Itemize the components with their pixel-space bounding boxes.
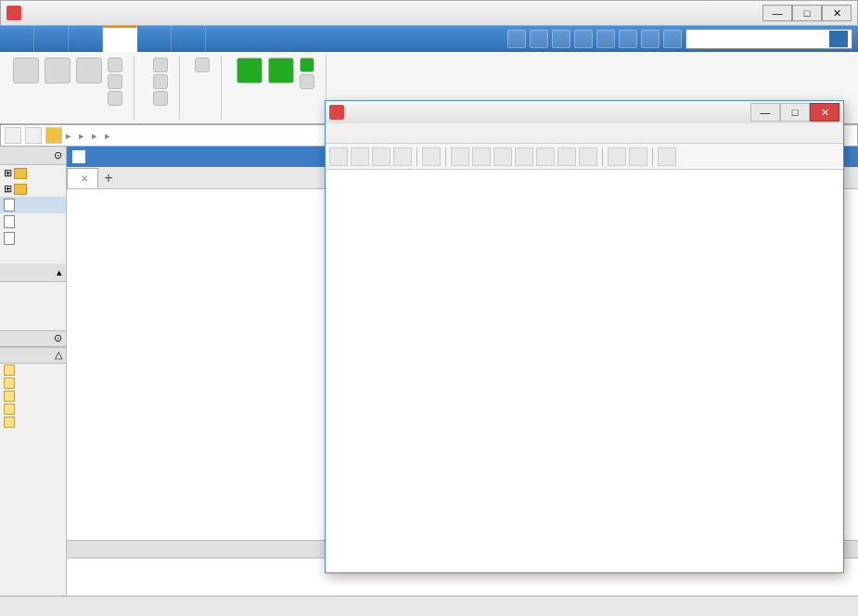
insert-button[interactable]: [149, 58, 172, 72]
tree-item[interactable]: ⊞: [0, 181, 66, 197]
tab-close-icon[interactable]: ✕: [81, 173, 88, 184]
status-bar: [0, 596, 858, 616]
folder-icon: [14, 184, 27, 195]
folder-icon[interactable]: [45, 127, 62, 144]
minimize-button[interactable]: —: [762, 5, 792, 21]
link-icon[interactable]: [579, 148, 597, 166]
run-advance-button[interactable]: [268, 58, 294, 89]
figure-menubar: [326, 123, 843, 144]
pointer-icon[interactable]: [422, 148, 441, 166]
qat-save-icon[interactable]: [530, 30, 548, 48]
datacursor-icon[interactable]: [536, 148, 555, 166]
comment-button[interactable]: [149, 74, 172, 89]
search-docs-input[interactable]: [685, 29, 852, 49]
legend-icon[interactable]: [629, 148, 647, 166]
variable-icon: [4, 404, 15, 415]
zoomout-icon[interactable]: [472, 148, 491, 166]
qat-paste-icon[interactable]: [596, 30, 615, 48]
colorbar-icon[interactable]: [608, 148, 626, 166]
open-button[interactable]: [45, 58, 70, 106]
ws-var[interactable]: [0, 416, 66, 429]
save-button[interactable]: [76, 58, 102, 106]
tree-item[interactable]: [0, 213, 66, 230]
nav-back-button[interactable]: [5, 127, 21, 144]
qat-icon[interactable]: [507, 30, 526, 48]
details-prompt: [0, 282, 66, 293]
goto-button[interactable]: [195, 58, 213, 72]
mfile-icon: [4, 199, 15, 212]
qat-copy-icon[interactable]: [574, 30, 593, 48]
fig-close-button[interactable]: ✕: [810, 103, 839, 122]
pan-icon[interactable]: [493, 148, 512, 166]
curfolder-header: ⊙: [0, 147, 66, 165]
figure-toolbar: [326, 144, 843, 170]
current-folder-panel: ⊙ ⊞ ⊞ ▴ ⊙ △: [0, 147, 67, 596]
tree-item[interactable]: [0, 197, 66, 213]
tab-apps[interactable]: [69, 26, 103, 52]
variable-icon: [4, 417, 15, 428]
panel-menu-icon[interactable]: ⊙: [54, 149, 62, 161]
axes-3d[interactable]: [326, 170, 843, 572]
zoomin-icon[interactable]: [451, 148, 469, 166]
tab-home[interactable]: [0, 26, 34, 52]
maximize-button[interactable]: □: [792, 5, 822, 21]
ws-var[interactable]: [0, 390, 66, 403]
variable-icon: [4, 378, 15, 389]
fig-minimize-button[interactable]: —: [750, 103, 780, 122]
open-figure-icon[interactable]: [351, 148, 369, 166]
fig-maximize-button[interactable]: □: [780, 103, 810, 122]
nav-fwd-button[interactable]: [25, 127, 42, 144]
details-header: ▴: [0, 263, 66, 282]
file-tab[interactable]: ✕: [67, 168, 98, 188]
new-tab-button[interactable]: +: [98, 168, 119, 188]
rotate3d-icon[interactable]: [515, 148, 533, 166]
figure-titlebar[interactable]: — □ ✕: [326, 101, 843, 123]
toolstrip-tabs: [0, 26, 858, 52]
print-icon[interactable]: [393, 148, 412, 166]
matlab-logo-icon: [6, 6, 21, 20]
quick-access-toolbar: [502, 26, 858, 52]
ws-var[interactable]: [0, 403, 66, 416]
advance-button[interactable]: [300, 74, 318, 89]
mfile-icon: [4, 232, 15, 245]
workspace-header: ⊙: [0, 330, 66, 347]
tab-editor[interactable]: [103, 26, 137, 52]
mfile-icon: [4, 215, 15, 228]
print-button[interactable]: [108, 91, 126, 106]
tab-publish[interactable]: [137, 26, 172, 52]
matlab-logo-icon: [329, 105, 344, 120]
editor-icon: [72, 150, 85, 163]
findfiles-button[interactable]: [108, 58, 126, 72]
close-button[interactable]: ✕: [822, 5, 852, 21]
indent-button[interactable]: [149, 91, 172, 106]
figure-window[interactable]: — □ ✕: [325, 100, 844, 573]
qat-undo-icon[interactable]: [619, 30, 637, 48]
brush-icon[interactable]: [557, 148, 576, 166]
new-figure-icon[interactable]: [329, 148, 348, 166]
variable-icon: [4, 365, 15, 376]
tree-item[interactable]: [0, 230, 66, 247]
hideplot-icon[interactable]: [658, 148, 676, 166]
save-figure-icon[interactable]: [372, 148, 391, 166]
search-icon[interactable]: [829, 31, 848, 47]
folder-icon: [14, 168, 27, 179]
tree-item[interactable]: ⊞: [0, 165, 66, 181]
qat-help-icon[interactable]: [663, 30, 682, 48]
tab-view[interactable]: [172, 26, 206, 52]
main-titlebar: — □ ✕: [0, 0, 858, 26]
qat-redo-icon[interactable]: [641, 30, 660, 48]
ws-var[interactable]: [0, 364, 66, 377]
qat-cut-icon[interactable]: [552, 30, 570, 48]
run-button[interactable]: [237, 58, 263, 89]
new-button[interactable]: [13, 58, 39, 106]
variable-icon: [4, 391, 15, 402]
runsection-button[interactable]: [300, 58, 318, 72]
compare-button[interactable]: [108, 74, 126, 89]
tab-plots[interactable]: [34, 26, 69, 52]
ws-var[interactable]: [0, 377, 66, 390]
ws-names-col[interactable]: △: [0, 347, 66, 364]
